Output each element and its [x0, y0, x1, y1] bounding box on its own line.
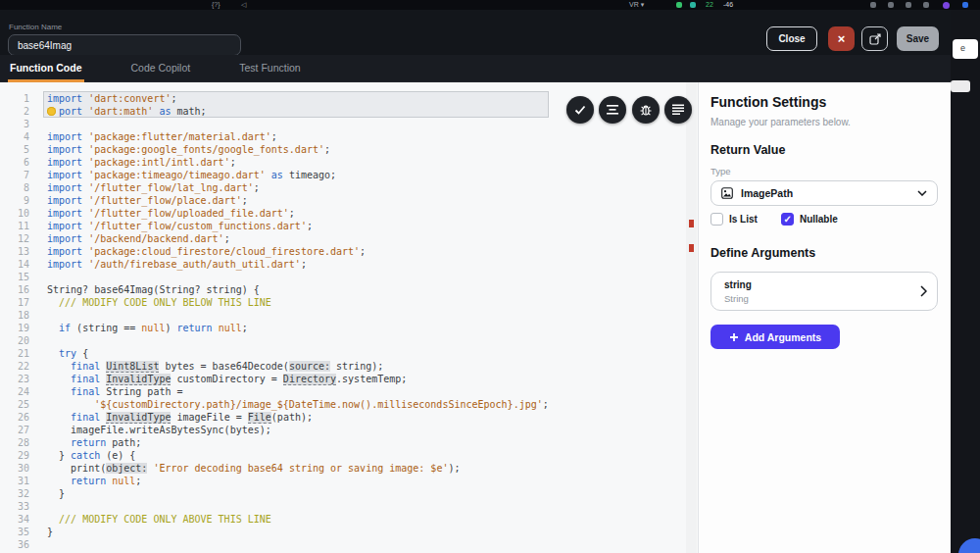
save-button[interactable]: Save	[897, 26, 939, 51]
background-panel-edge: e	[951, 10, 980, 553]
delete-function-button[interactable]: ×	[828, 26, 855, 51]
return-type-dropdown[interactable]: ImagePath	[710, 180, 938, 206]
code-line[interactable]: 10import '/flutter_flow/uploaded_file.da…	[0, 207, 549, 220]
stat-value: 22	[706, 0, 713, 10]
code-line[interactable]: 36	[0, 538, 549, 551]
nullable-option[interactable]: Nullable	[781, 213, 838, 226]
code-line[interactable]: 15	[0, 271, 549, 283]
code-line[interactable]: 20	[0, 334, 549, 347]
code-line[interactable]: 9import '/flutter_flow/place.dart';	[0, 194, 549, 207]
code-line[interactable]: 22 final Uint8List bytes = base64Decode(…	[0, 360, 549, 373]
partial-box-fragment	[951, 80, 970, 92]
is-list-checkbox[interactable]	[710, 213, 723, 226]
define-arguments-heading: Define Arguments	[710, 246, 815, 260]
code-line[interactable]: 12import '/backend/backend.dart';	[0, 232, 549, 245]
code-line[interactable]: 16String? base64Imag(String? string) {	[0, 283, 549, 296]
return-value-heading: Return Value	[710, 143, 785, 157]
toolbar-icon[interactable]	[870, 2, 876, 8]
open-in-new-button[interactable]	[861, 26, 888, 51]
partial-button-fragment: e	[953, 39, 978, 59]
argument-item[interactable]: string String	[710, 272, 938, 311]
code-line[interactable]: 26 final InvalidType imageFile = File(pa…	[0, 411, 549, 424]
add-arguments-button[interactable]: Add Arguments	[710, 325, 840, 349]
code-line[interactable]: 13import 'package:cloud_firestore/cloud_…	[0, 245, 549, 258]
vr-selector[interactable]: VR ▾	[629, 0, 644, 10]
chevron-down-icon	[917, 190, 927, 196]
tab-bar: Function Code Code Copilot Test Function	[0, 55, 951, 82]
error-mark-icon	[689, 220, 694, 227]
panel-title: Function Settings	[710, 94, 826, 110]
code-line[interactable]: 23 final InvalidType customDirectory = D…	[0, 373, 549, 385]
code-line[interactable]: 11import '/flutter_flow/custom_functions…	[0, 220, 549, 232]
code-line[interactable]: 30 print(object: 'Error decoding base64 …	[0, 462, 549, 475]
code-line[interactable]: 24 final String path =	[0, 385, 549, 398]
code-line[interactable]: 27 imageFile.writeAsBytesSync(bytes);	[0, 424, 549, 436]
function-settings-panel: Function Settings Manage your parameters…	[698, 82, 951, 553]
code-lines[interactable]: 1import 'dart:convert';2port 'dart:math'…	[0, 92, 549, 551]
status-green-icon[interactable]	[676, 2, 682, 8]
code-line[interactable]: 14import '/auth/firebase_auth/auth_util.…	[0, 258, 549, 271]
error-mark-icon	[689, 244, 694, 252]
braces-icon[interactable]: {?}	[212, 0, 220, 10]
app-icon[interactable]	[962, 2, 968, 8]
code-line[interactable]: 17 /// MODIFY CODE ONLY BELOW THIS LINE	[0, 296, 549, 309]
open-in-new-icon	[869, 33, 881, 45]
code-line[interactable]: 31 return null;	[0, 475, 549, 487]
debug-button[interactable]	[632, 96, 660, 124]
code-line[interactable]: 1import 'dart:convert';	[0, 92, 549, 105]
panel-subtitle: Manage your parameters below.	[710, 117, 851, 127]
check-icon	[573, 103, 587, 117]
toolbar-icon[interactable]	[888, 2, 894, 8]
line-wrap-button[interactable]	[664, 96, 692, 124]
code-line[interactable]: 5import 'package:google_fonts/google_fon…	[0, 143, 549, 156]
align-center-button[interactable]	[599, 96, 626, 124]
chevron-right-icon	[920, 285, 927, 297]
account-badge-icon[interactable]	[943, 2, 950, 9]
code-editor[interactable]: 1import 'dart:convert';2port 'dart:math'…	[0, 82, 698, 553]
argument-type: String	[724, 293, 749, 304]
toolbar-icon[interactable]	[923, 2, 929, 8]
status-teal-icon[interactable]	[690, 2, 696, 8]
code-line[interactable]: 29 } catch (e) {	[0, 449, 549, 462]
close-button[interactable]: Close	[766, 26, 817, 51]
tab-test-function[interactable]: Test Function	[237, 55, 302, 82]
tab-function-code[interactable]: Function Code	[8, 55, 84, 82]
stat-value: -46	[723, 0, 733, 10]
app-top-toolbar: {?} ◁ VR ▾ 22 -46	[0, 0, 980, 10]
tab-code-copilot[interactable]: Code Copilot	[129, 55, 193, 82]
code-line[interactable]: 34 /// MODIFY CODE ONLY ABOVE THIS LINE	[0, 513, 549, 526]
function-name-input[interactable]	[8, 34, 241, 56]
return-type-value: ImagePath	[741, 187, 917, 199]
code-line[interactable]: 19 if (string == null) return null;	[0, 322, 549, 334]
return-options-row: Is List Nullable	[710, 213, 838, 226]
editor-scrollbar[interactable]	[686, 82, 697, 553]
code-line[interactable]: 21 try {	[0, 347, 549, 360]
code-line[interactable]: 18	[0, 309, 549, 322]
is-list-option[interactable]: Is List	[710, 213, 758, 226]
nullable-label: Nullable	[800, 214, 838, 225]
code-line[interactable]: 6import 'package:intl/intl.dart';	[0, 156, 549, 169]
is-list-label: Is List	[729, 214, 758, 225]
align-center-icon	[606, 104, 619, 116]
add-arguments-label: Add Arguments	[745, 331, 821, 343]
dialog-header: Function Name Close × Save	[0, 10, 980, 55]
flutterflow-custom-function-dialog: {?} ◁ VR ▾ 22 -46 Function Name Close × …	[0, 0, 980, 553]
code-line[interactable]: 33	[0, 500, 549, 513]
code-line[interactable]: 3	[0, 118, 549, 130]
bug-icon	[639, 103, 653, 117]
align-justify-icon	[671, 104, 685, 116]
code-line[interactable]: 35}	[0, 526, 549, 538]
type-label: Type	[710, 166, 731, 176]
code-line[interactable]: 25 '${customDirectory.path}/image_${Date…	[0, 398, 549, 411]
code-line[interactable]: 32 }	[0, 487, 549, 500]
code-line[interactable]: 4import 'package:flutter/material.dart';	[0, 130, 549, 143]
toolbar-icon[interactable]	[906, 2, 911, 8]
code-line[interactable]: 2port 'dart:math' as math;	[0, 105, 549, 118]
code-line[interactable]: 8import '/flutter_flow/lat_lng.dart';	[0, 181, 549, 194]
close-x-icon: ×	[838, 31, 846, 46]
code-line[interactable]: 28 return path;	[0, 436, 549, 449]
back-icon[interactable]: ◁	[241, 0, 246, 10]
format-check-button[interactable]	[566, 96, 594, 124]
nullable-checkbox[interactable]	[781, 213, 794, 226]
code-line[interactable]: 7import 'package:timeago/timeago.dart' a…	[0, 169, 549, 181]
